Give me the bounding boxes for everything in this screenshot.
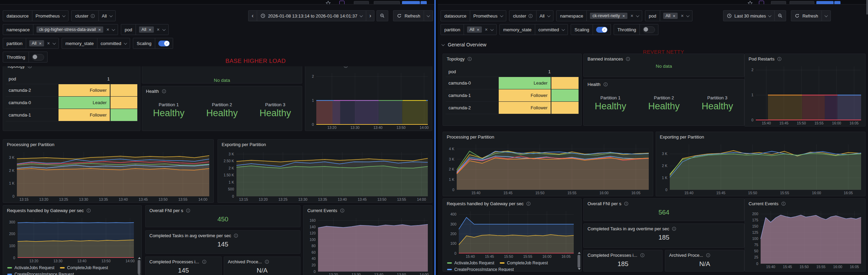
- scroll-down-icon[interactable]: [578, 268, 581, 270]
- remove-chip-icon[interactable]: ×: [622, 14, 625, 18]
- partition-select[interactable]: All× ×: [464, 24, 496, 35]
- panel-title[interactable]: Topology: [443, 54, 581, 62]
- info-icon[interactable]: [624, 201, 628, 206]
- info-icon[interactable]: [626, 57, 630, 61]
- info-icon[interactable]: [162, 89, 166, 94]
- pod-chip[interactable]: All×: [663, 13, 678, 19]
- info-icon[interactable]: [202, 260, 207, 264]
- panel-scrollbar[interactable]: [577, 252, 581, 270]
- panel-title[interactable]: Health: [142, 86, 302, 94]
- remove-chip-icon[interactable]: ×: [477, 28, 479, 32]
- panel-title[interactable]: Processing per Partition: [3, 140, 213, 147]
- remove-chip-icon[interactable]: ×: [98, 28, 101, 32]
- namespace-chip[interactable]: ck-revert-netty×: [590, 13, 627, 19]
- time-back-button[interactable]: ‹: [248, 10, 257, 21]
- namespace-chip[interactable]: ck-pg-higher-stress-data-avail×: [36, 26, 103, 33]
- page-scrollbar[interactable]: [866, 0, 868, 14]
- clear-icon[interactable]: ×: [631, 13, 633, 18]
- panel-title[interactable]: Completed Processes i...: [584, 250, 662, 258]
- remove-chip-icon[interactable]: ×: [149, 28, 151, 32]
- section-general-overview[interactable]: General Overview: [442, 42, 486, 47]
- panel-title[interactable]: Current Events: [304, 206, 432, 213]
- info-icon[interactable]: [265, 260, 269, 264]
- cluster-select[interactable]: All: [99, 11, 115, 21]
- info-icon[interactable]: [706, 253, 710, 257]
- info-icon[interactable]: [528, 14, 533, 18]
- time-range-picker[interactable]: Last 30 minutes: [723, 10, 775, 21]
- zoom-out-button[interactable]: [774, 10, 786, 21]
- current-events-chart[interactable]: 02040608010012014016013:2013:3013:4013:5…: [306, 216, 430, 275]
- info-icon[interactable]: [467, 57, 472, 61]
- time-forward-button[interactable]: ›: [366, 10, 374, 21]
- info-icon[interactable]: [340, 208, 345, 213]
- scroll-up-icon[interactable]: [578, 252, 581, 254]
- toolbar-button[interactable]: [374, 1, 400, 4]
- info-icon[interactable]: [781, 201, 786, 206]
- refresh-button[interactable]: Refresh: [791, 10, 822, 21]
- panel-title[interactable]: Archived Proce...: [224, 257, 300, 264]
- partition-select[interactable]: All× ×: [26, 38, 59, 48]
- info-icon[interactable]: [672, 227, 676, 231]
- save-split-button[interactable]: [834, 1, 840, 4]
- throttling-toggle[interactable]: [643, 26, 655, 33]
- toolbar-button[interactable]: [771, 1, 786, 4]
- legend-item[interactable]: CreateProcessInstance Request: [447, 267, 514, 272]
- processing-chart[interactable]: 01 K2 K3 K4 K15:4015:4515:5015:5516:0016…: [445, 142, 651, 195]
- throttling-toggle[interactable]: [32, 54, 44, 60]
- toolbar-button[interactable]: [790, 1, 814, 4]
- legend-item[interactable]: CompleteJob Request: [500, 261, 548, 265]
- info-icon[interactable]: [526, 201, 531, 206]
- scroll-up-icon[interactable]: [138, 257, 141, 259]
- panel-title[interactable]: Exporting per Partition: [656, 132, 865, 140]
- partition-chip[interactable]: All×: [29, 40, 44, 46]
- info-icon[interactable]: [28, 66, 32, 68]
- processing-chart[interactable]: 01 K2 K3 K13:1513:2013:2513:3013:3513:40…: [5, 150, 211, 202]
- info-icon[interactable]: [234, 233, 238, 238]
- time-range-picker[interactable]: 2026-01-08 13:13:14 to 2026-01-08 14:01:…: [257, 10, 367, 21]
- save-split-button[interactable]: [421, 1, 427, 4]
- memory-state-select[interactable]: committed: [535, 24, 568, 35]
- info-icon[interactable]: [91, 14, 95, 18]
- info-icon[interactable]: [777, 57, 782, 61]
- save-button[interactable]: [816, 1, 834, 4]
- namespace-select[interactable]: ck-revert-netty× ×: [587, 11, 642, 21]
- clear-icon[interactable]: ×: [47, 41, 50, 46]
- gateway-requests-chart[interactable]: 010020030040015:4015:4515:5015:5516:0016…: [445, 209, 576, 259]
- panel-title[interactable]: Requests handled by Gateway per sec: [3, 206, 141, 213]
- panel-title[interactable]: Topology: [3, 66, 140, 69]
- legend-item[interactable]: CreateProcessInstance Request: [7, 272, 74, 275]
- panel-add-icon[interactable]: [339, 1, 345, 4]
- star-icon[interactable]: [326, 1, 331, 4]
- star-icon[interactable]: [748, 1, 753, 4]
- panel-add-icon[interactable]: [759, 1, 764, 4]
- clear-icon[interactable]: ×: [485, 27, 488, 32]
- info-icon[interactable]: [343, 66, 348, 68]
- exporting-chart[interactable]: 05001 K1.50 K2 K2.50 K3 K13:1513:2013:25…: [220, 150, 430, 202]
- zoom-out-button[interactable]: [377, 10, 388, 21]
- panel-scrollbar[interactable]: [137, 257, 141, 275]
- info-icon[interactable]: [603, 82, 608, 87]
- panel-title[interactable]: Processing per Partition: [443, 132, 653, 140]
- window-divider[interactable]: [434, 0, 436, 275]
- info-icon[interactable]: [186, 208, 190, 213]
- panel-title[interactable]: Banned instances: [584, 54, 744, 62]
- info-icon[interactable]: [86, 208, 91, 213]
- panel-title[interactable]: [305, 66, 432, 68]
- panel-title[interactable]: Completed Tasks in avg overtime per sec: [146, 231, 300, 238]
- refresh-interval-button[interactable]: [822, 10, 831, 21]
- memory-state-select[interactable]: committed: [97, 38, 130, 48]
- partition-chip[interactable]: All×: [467, 26, 482, 33]
- remove-chip-icon[interactable]: ×: [39, 41, 42, 46]
- legend-item[interactable]: CompleteJob Request: [60, 265, 108, 270]
- panel-title[interactable]: Completed Tasks in avg overtime per sec: [584, 224, 744, 231]
- exporting-chart[interactable]: 01 K2 K3 K15:4015:4515:5015:5516:0016:05: [658, 142, 863, 195]
- clear-icon[interactable]: ×: [106, 27, 109, 32]
- refresh-interval-button[interactable]: [424, 10, 433, 21]
- current-events-chart[interactable]: 025507510012515017520015:4015:4515:5015:…: [747, 209, 863, 269]
- panel-title[interactable]: Current Events: [745, 199, 865, 206]
- legend-item[interactable]: ActivateJobs Request: [7, 265, 54, 270]
- namespace-select[interactable]: ck-pg-higher-stress-data-avail× ×: [33, 24, 118, 35]
- refresh-button[interactable]: Refresh: [393, 10, 424, 21]
- panel-title[interactable]: Exporting per Partition: [218, 140, 432, 147]
- panel-title[interactable]: Archived Proce...: [665, 250, 744, 258]
